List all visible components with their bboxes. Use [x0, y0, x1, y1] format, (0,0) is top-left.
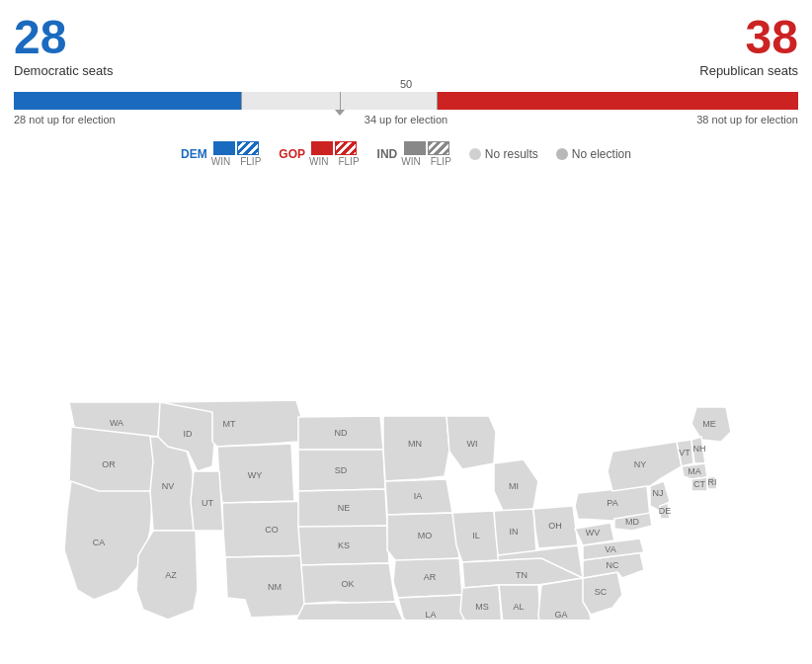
- dem-win-swatch: [213, 141, 235, 155]
- state-sd[interactable]: [298, 450, 385, 491]
- no-election-dot: [556, 148, 568, 160]
- no-election-text: No election: [572, 147, 631, 161]
- state-ks[interactable]: [298, 526, 389, 565]
- dem-not-up: 28 not up for election: [14, 114, 116, 125]
- gop-legend-label: GOP: [279, 147, 305, 161]
- state-in[interactable]: [494, 509, 536, 555]
- dem-flip-label: FLIP: [240, 156, 261, 167]
- dem-flip-swatch: [237, 141, 259, 155]
- rep-count: 38: [699, 14, 798, 61]
- state-ri[interactable]: [707, 476, 717, 489]
- no-results-legend: No results: [469, 147, 538, 161]
- no-results-dot: [469, 148, 481, 160]
- ind-flip-label: FLIP: [431, 156, 451, 167]
- ind-legend: IND WIN FLIP: [377, 141, 451, 167]
- state-az[interactable]: [136, 531, 198, 620]
- no-results-text: No results: [485, 147, 538, 161]
- dem-bar: [14, 92, 241, 110]
- state-ar[interactable]: [393, 558, 462, 598]
- no-election-legend: No election: [556, 147, 631, 161]
- state-de[interactable]: [660, 503, 670, 519]
- state-nd[interactable]: [298, 416, 383, 450]
- gop-win-label: WIN: [309, 156, 328, 167]
- seat-bar: 50: [14, 92, 798, 110]
- rep-not-up: 38 not up for election: [696, 114, 798, 125]
- state-ms[interactable]: [460, 585, 502, 620]
- state-sc[interactable]: [583, 572, 622, 615]
- state-nh[interactable]: [691, 437, 705, 463]
- state-mn[interactable]: [383, 416, 449, 481]
- gop-legend: GOP WIN FLIP: [279, 141, 359, 167]
- bar-labels: 28 not up for election 34 up for electio…: [14, 114, 798, 125]
- dem-legend: DEM WIN FLIP: [181, 141, 261, 167]
- dem-count: 28: [14, 14, 113, 61]
- dem-win-label: WIN: [211, 156, 230, 167]
- state-ny[interactable]: [608, 442, 682, 491]
- up-for-election: 34 up for election: [365, 114, 447, 125]
- dem-legend-label: DEM: [181, 147, 207, 161]
- state-oh[interactable]: [533, 506, 578, 548]
- rep-bar: [438, 92, 798, 110]
- state-wv[interactable]: [575, 523, 614, 545]
- state-ct[interactable]: [691, 477, 707, 491]
- state-wy[interactable]: [217, 444, 294, 503]
- state-ut[interactable]: [191, 471, 223, 531]
- midpoint-label: 50: [400, 78, 412, 90]
- ind-win-label: WIN: [401, 156, 420, 167]
- rep-label: Republican seats: [699, 63, 798, 78]
- ind-win-swatch: [404, 141, 426, 155]
- us-map: WA OR CA NV ID MT WY UT AZ CO NM ND: [0, 175, 812, 620]
- gop-flip-label: FLIP: [338, 156, 359, 167]
- legend: DEM WIN FLIP GOP WIN FLIP IND: [0, 141, 812, 167]
- state-al[interactable]: [499, 585, 541, 620]
- center-bar: [241, 92, 438, 110]
- state-mo[interactable]: [387, 513, 459, 562]
- state-il[interactable]: [452, 511, 499, 562]
- gop-flip-swatch: [335, 141, 357, 155]
- state-ok[interactable]: [301, 563, 395, 605]
- state-ne[interactable]: [298, 489, 387, 529]
- dem-label: Democratic seats: [14, 63, 113, 78]
- state-me[interactable]: [691, 407, 731, 442]
- state-mi[interactable]: [494, 459, 538, 513]
- ind-legend-label: IND: [377, 147, 398, 161]
- gop-win-swatch: [311, 141, 333, 155]
- state-wi[interactable]: [447, 416, 496, 469]
- state-ia[interactable]: [385, 479, 452, 515]
- state-ma[interactable]: [682, 463, 707, 479]
- state-la[interactable]: [398, 595, 464, 620]
- ind-flip-swatch: [428, 141, 449, 155]
